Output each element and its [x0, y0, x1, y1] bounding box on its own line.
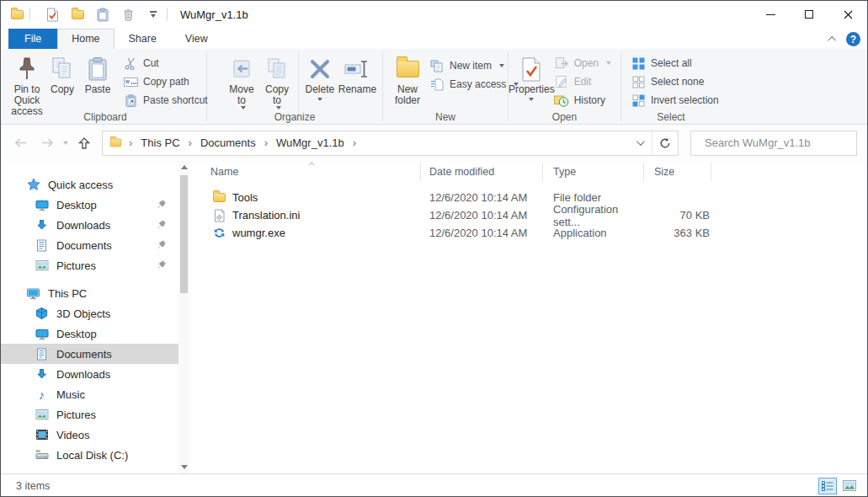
cut-button[interactable]: Cut [119, 54, 212, 72]
file-row-wumgr-exe[interactable]: wumgr.exe 12/6/2020 10:14 AM Application… [190, 224, 867, 242]
copy-to-button[interactable]: Copy to [259, 51, 295, 111]
sidebar-item-documents-qa[interactable]: Documents [1, 235, 178, 255]
search-input[interactable] [705, 136, 853, 149]
column-header-name[interactable]: Name [190, 163, 421, 181]
exe-update-icon [213, 227, 226, 239]
tab-file[interactable]: File [8, 29, 57, 49]
scrollbar-thumb[interactable] [180, 175, 188, 293]
sidebar-label: Local Disk (C:) [56, 449, 128, 462]
sidebar-item-downloads[interactable]: Downloads [1, 364, 178, 384]
breadcrumb-documents[interactable]: Documents [199, 133, 258, 152]
file-date: 12/6/2020 10:14 AM [421, 227, 543, 239]
location-folder-icon [110, 139, 122, 147]
move-to-button[interactable]: Move to [224, 51, 259, 111]
up-arrow-icon [77, 136, 91, 150]
sidebar-item-downloads-qa[interactable]: Downloads [1, 215, 178, 235]
tab-share[interactable]: Share [114, 29, 171, 49]
sidebar-item-desktop-qa[interactable]: Desktop [1, 195, 178, 215]
properties-icon [46, 8, 59, 22]
scroll-up-icon[interactable] [181, 165, 188, 169]
file-row-tools[interactable]: Tools 12/6/2020 10:14 AM File folder [190, 189, 867, 206]
edit-label: Edit [574, 76, 592, 88]
forward-button[interactable] [36, 132, 58, 154]
picture-icon [35, 259, 49, 271]
copy-button[interactable]: Copy [45, 51, 80, 97]
search-box[interactable] [690, 131, 857, 156]
properties-button[interactable]: Properties [514, 51, 550, 103]
tab-view[interactable]: View [171, 29, 222, 49]
history-button[interactable]: History [550, 91, 615, 110]
new-folder-button[interactable]: New folder [390, 51, 425, 108]
minimize-ribbon-icon[interactable] [828, 36, 836, 45]
copy-path-button[interactable]: Copy path [119, 72, 212, 91]
sidebar-item-quick-access[interactable]: Quick access [1, 174, 178, 195]
invert-selection-icon [632, 94, 645, 107]
invert-selection-button[interactable]: Invert selection [626, 91, 723, 110]
details-view-button[interactable] [818, 478, 837, 494]
group-label-select: Select [621, 111, 721, 123]
column-header-size[interactable]: Size [644, 163, 711, 181]
help-button[interactable]: ? [846, 32, 860, 46]
file-date: 12/6/2020 10:14 AM [421, 209, 543, 222]
up-button[interactable] [73, 132, 95, 154]
sidebar-item-videos[interactable]: Videos [1, 425, 178, 445]
refresh-icon [659, 137, 671, 149]
breadcrumb-separator-icon: › [122, 136, 139, 149]
close-button[interactable] [828, 1, 867, 28]
breadcrumb-current-folder[interactable]: WuMgr_v1.1b [274, 133, 346, 152]
sidebar-item-desktop[interactable]: Desktop [1, 323, 178, 344]
column-header-date-modified[interactable]: Date modified [421, 163, 543, 181]
pin-to-quick-access-button[interactable]: Pin to Quick access [9, 51, 45, 119]
qat-paste-button[interactable] [95, 7, 110, 22]
refresh-button[interactable] [652, 131, 678, 155]
sidebar-label: Desktop [56, 199, 97, 211]
large-icons-view-button[interactable] [840, 478, 859, 494]
sidebar-item-3d-objects[interactable]: 3D Objects [1, 303, 178, 323]
desktop-icon [35, 328, 49, 340]
sidebar-item-pictures-qa[interactable]: Pictures [1, 255, 178, 275]
sidebar-item-this-pc[interactable]: This PC [1, 283, 178, 303]
recent-locations-dropdown[interactable] [63, 142, 68, 145]
select-all-button[interactable]: Select all [626, 54, 723, 72]
minimize-button[interactable] [751, 1, 790, 28]
file-row-translation-ini[interactable]: Translation.ini 12/6/2020 10:14 AM Confi… [190, 206, 867, 224]
paste-shortcut-button[interactable]: Paste shortcut [119, 91, 212, 110]
ribbon-group-organize: Move to Copy to Delete Rename [207, 49, 382, 124]
sidebar-label: Music [56, 388, 85, 401]
sidebar-item-music[interactable]: ♪ Music [1, 384, 178, 404]
sidebar-item-local-disk-c[interactable]: Local Disk (C:) [1, 445, 178, 465]
address-bar[interactable]: › This PC › Documents › WuMgr_v1.1b › [102, 131, 679, 156]
select-none-button[interactable]: Select none [626, 72, 723, 91]
paste-button[interactable]: Paste [80, 51, 115, 97]
back-button[interactable] [9, 132, 31, 154]
column-header-type[interactable]: Type [543, 163, 644, 181]
qat-properties-button[interactable] [45, 7, 60, 22]
properties-icon [521, 57, 541, 82]
ini-file-icon [213, 209, 226, 222]
column-headers: Name Date modified Type Size [190, 163, 860, 181]
sidebar-scrollbar[interactable] [178, 161, 189, 473]
ribbon-tabs: File Home Share View ? [1, 28, 867, 49]
file-name: Tools [232, 191, 258, 204]
music-note-icon: ♪ [39, 388, 45, 401]
maximize-button[interactable] [790, 1, 828, 28]
chevron-down-icon [636, 137, 644, 146]
rename-button[interactable]: Rename [338, 51, 377, 97]
breadcrumb-this-pc[interactable]: This PC [139, 133, 181, 152]
tab-home[interactable]: Home [57, 29, 114, 49]
status-bar: 3 items [1, 473, 867, 497]
sidebar-item-pictures[interactable]: Pictures [1, 404, 178, 425]
file-date: 12/6/2020 10:14 AM [421, 191, 543, 204]
address-dropdown-button[interactable] [626, 131, 652, 155]
delete-button[interactable]: Delete [302, 51, 338, 103]
qat-delete-button[interactable] [120, 7, 136, 22]
scroll-down-icon[interactable] [181, 465, 188, 469]
title-bar: WuMgr_v1.1b [1, 1, 867, 28]
qat-customize-dropdown[interactable] [146, 7, 161, 22]
sidebar-label: Quick access [48, 179, 113, 191]
app-folder-icon[interactable] [11, 10, 24, 19]
column-label: Size [654, 166, 674, 178]
qat-new-folder-button[interactable] [70, 7, 85, 22]
file-size: 363 KB [644, 227, 711, 239]
sidebar-item-documents[interactable]: Documents [1, 344, 178, 364]
